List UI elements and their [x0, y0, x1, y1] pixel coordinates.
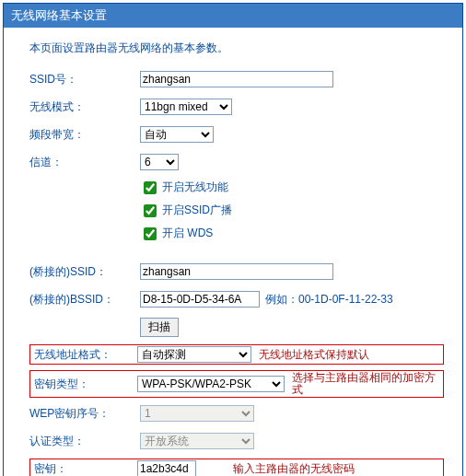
label-enable-wireless: 开启无线功能: [162, 180, 228, 195]
row-keytype: 密钥类型： WPA-PSK/WPA2-PSK 选择与主路由器相同的加密方式: [29, 370, 444, 398]
label-bridge-ssid: (桥接的)SSID：: [29, 264, 140, 280]
panel: 无线网络基本设置 本页面设置路由器无线网络的基本参数。 SSID号： 无线模式：…: [3, 3, 463, 476]
ssid-input[interactable]: [140, 71, 333, 87]
row-ssid: SSID号：: [29, 69, 444, 89]
label-bandwidth: 频段带宽：: [29, 127, 140, 143]
key-input[interactable]: [137, 460, 196, 476]
bandwidth-select[interactable]: 自动: [140, 126, 214, 143]
keytype-select[interactable]: WPA-PSK/WPA2-PSK: [137, 376, 285, 392]
note-key: 输入主路由器的无线密码: [233, 461, 355, 476]
panel-header: 无线网络基本设置: [4, 4, 462, 28]
bridge-ssid-input[interactable]: [140, 263, 333, 280]
note-wireless-addr: 无线地址格式保持默认: [259, 347, 369, 363]
label-mode: 无线模式：: [29, 99, 140, 115]
row-mode: 无线模式： 11bgn mixed: [29, 97, 444, 117]
panel-content: 本页面设置路由器无线网络的基本参数。 SSID号： 无线模式： 11bgn mi…: [4, 28, 462, 476]
label-wepindex: WEP密钥序号：: [29, 406, 140, 422]
row-enable-wds: 开启 WDS: [144, 226, 444, 241]
scan-button[interactable]: 扫描: [140, 318, 179, 337]
wepindex-select: 1: [140, 405, 254, 422]
row-wireless-addr: 无线地址格式： 自动探测 无线地址格式保持默认: [29, 344, 444, 365]
row-bbssid: (桥接的)BSSID： 例如：00-1D-0F-11-22-33: [29, 289, 444, 309]
authtype-select: 开放系统: [140, 433, 254, 449]
bridge-bssid-input[interactable]: [140, 291, 260, 308]
label-ssid: SSID号：: [29, 72, 140, 87]
enable-wireless-checkbox[interactable]: [144, 181, 157, 194]
row-authtype: 认证类型： 开放系统: [29, 431, 444, 451]
intro-text: 本页面设置路由器无线网络的基本参数。: [29, 41, 444, 56]
enable-ssid-checkbox[interactable]: [144, 204, 157, 217]
row-enable-ssid: 开启SSID广播: [144, 203, 444, 218]
row-wepindex: WEP密钥序号： 1: [29, 403, 444, 424]
enable-wds-checkbox[interactable]: [144, 227, 157, 240]
channel-select[interactable]: 6: [140, 154, 179, 170]
row-enable-wireless: 开启无线功能: [144, 180, 444, 195]
row-bssid: (桥接的)SSID：: [29, 261, 444, 282]
label-keytype: 密钥类型：: [30, 377, 137, 392]
label-wireless-addr: 无线地址格式：: [30, 347, 137, 363]
label-key: 密钥：: [30, 461, 137, 476]
panel-title: 无线网络基本设置: [11, 8, 107, 22]
label-bridge-bssid: (桥接的)BSSID：: [29, 292, 140, 308]
row-scan: 扫描: [29, 317, 444, 337]
note-keytype: 选择与主路由器相同的加密方式: [292, 372, 443, 396]
row-bandwidth: 频段带宽： 自动: [29, 124, 444, 145]
row-channel: 信道： 6: [29, 152, 444, 172]
label-enable-ssid: 开启SSID广播: [162, 203, 232, 218]
label-enable-wds: 开启 WDS: [162, 226, 213, 241]
label-channel: 信道：: [29, 155, 140, 170]
wireless-addr-select[interactable]: 自动探测: [137, 346, 251, 363]
label-authtype: 认证类型：: [29, 434, 140, 449]
bssid-example: 例如：00-1D-0F-11-22-33: [265, 292, 393, 308]
row-key: 密钥： 输入主路由器的无线密码: [29, 459, 444, 476]
mode-select[interactable]: 11bgn mixed: [140, 99, 232, 115]
